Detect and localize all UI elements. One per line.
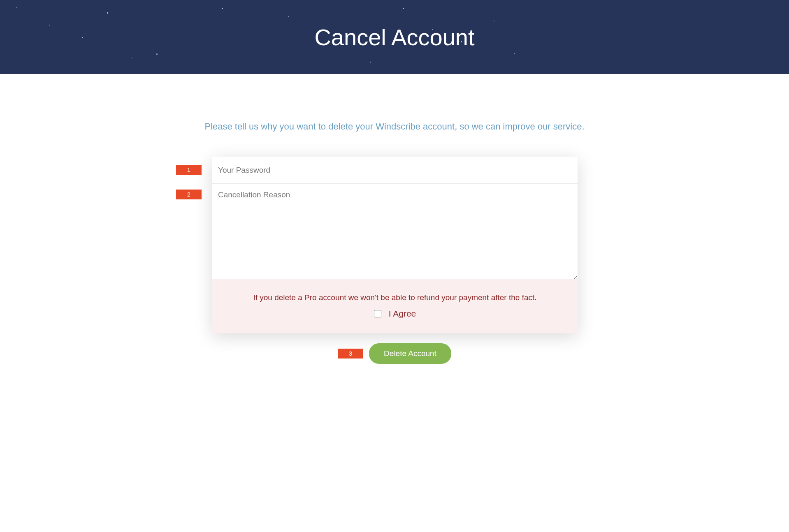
page-title: Cancel Account	[314, 24, 474, 51]
refund-warning-text: If you delete a Pro account we won't be …	[220, 293, 569, 302]
form-card: If you delete a Pro account we won't be …	[212, 157, 578, 333]
password-input[interactable]	[212, 157, 578, 184]
hero-banner: Cancel Account	[0, 0, 789, 74]
cancel-form: 1 2 If you delete a Pro account we won't…	[127, 157, 662, 364]
annotation-badge-2: 2	[176, 190, 202, 199]
cancellation-reason-textarea[interactable]	[212, 184, 578, 279]
agree-checkbox[interactable]	[374, 310, 381, 317]
annotation-badge-1: 1	[176, 165, 202, 175]
annotation-badge-3: 3	[338, 349, 363, 359]
delete-account-button[interactable]: Delete Account	[369, 343, 451, 364]
page-subtitle: Please tell us why you want to delete yo…	[127, 121, 662, 132]
warning-panel: If you delete a Pro account we won't be …	[212, 279, 578, 333]
agree-label: I Agree	[389, 309, 416, 319]
